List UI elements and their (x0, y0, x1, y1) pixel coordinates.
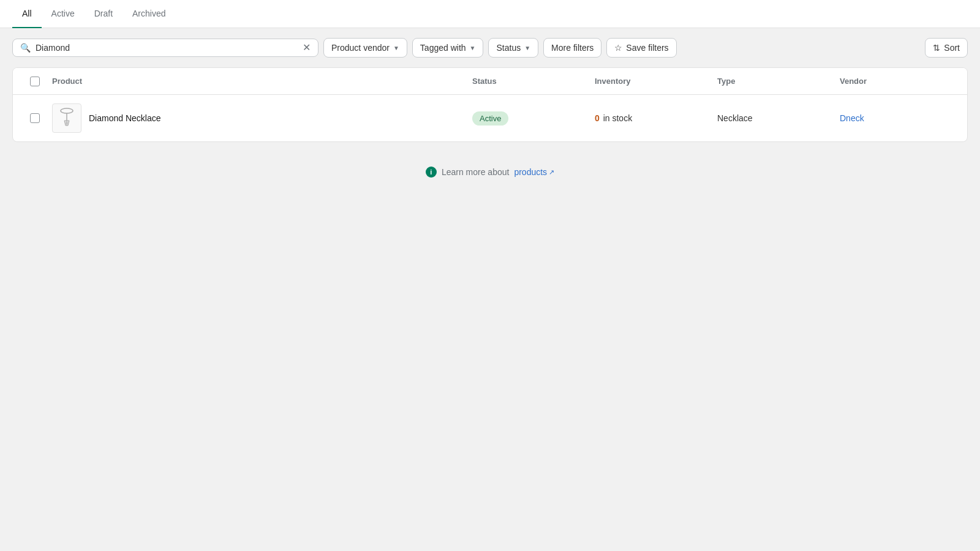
tabs-bar: All Active Draft Archived (0, 0, 980, 28)
save-filters-label: Save filters (626, 43, 668, 53)
tagged-with-label: Tagged with (420, 43, 466, 53)
select-all-checkbox[interactable] (30, 77, 40, 86)
search-icon: 🔍 (20, 43, 31, 53)
header-checkbox-cell (23, 74, 47, 88)
column-header-inventory: Inventory (590, 74, 712, 88)
status-chevron-icon: ▼ (524, 45, 530, 51)
table-header: Product Status Inventory Type Vendor (13, 68, 967, 95)
status-badge: Active (472, 111, 508, 126)
product-cell: Diamond Necklace (47, 101, 467, 135)
info-icon: i (426, 167, 437, 178)
status-filter[interactable]: Status ▼ (488, 38, 538, 58)
type-cell: Necklace (712, 111, 835, 126)
tab-all[interactable]: All (12, 0, 42, 28)
status-label: Status (496, 43, 521, 53)
products-link[interactable]: products ↗ (514, 167, 554, 177)
content-area: 🔍 ✕ Product vendor ▼ Tagged with ▼ Statu… (0, 28, 980, 187)
learn-more-text: Learn more about (442, 167, 510, 177)
column-header-type: Type (712, 74, 835, 88)
tab-archived[interactable]: Archived (123, 0, 175, 28)
table-row[interactable]: Diamond Necklace Active 0 in stock Neckl… (13, 95, 967, 141)
products-link-text: products (514, 167, 547, 177)
product-vendor-chevron-icon: ▼ (393, 45, 399, 51)
product-vendor-filter[interactable]: Product vendor ▼ (323, 38, 407, 58)
more-filters-button[interactable]: More filters (543, 38, 601, 58)
column-header-status: Status (467, 74, 590, 88)
inventory-label: in stock (603, 113, 632, 123)
inventory-count: 0 (595, 113, 600, 123)
save-filters-button[interactable]: ☆ Save filters (606, 38, 676, 58)
row-checkbox-cell (23, 113, 47, 123)
search-input[interactable] (36, 43, 298, 53)
sort-button[interactable]: ⇅ Sort (925, 38, 968, 58)
column-header-product: Product (47, 74, 467, 88)
row-checkbox[interactable] (30, 113, 40, 123)
tab-draft[interactable]: Draft (85, 0, 123, 28)
product-name: Diamond Necklace (89, 113, 161, 123)
info-section: i Learn more about products ↗ (12, 167, 968, 178)
search-box: 🔍 ✕ (12, 39, 318, 57)
vendor-cell: Dneck (835, 111, 957, 126)
external-link-icon: ↗ (549, 168, 554, 176)
inventory-cell: 0 in stock (590, 111, 712, 126)
tab-active[interactable]: Active (42, 0, 85, 28)
necklace-svg (56, 106, 78, 130)
star-icon: ☆ (614, 43, 622, 53)
tagged-with-chevron-icon: ▼ (470, 45, 476, 51)
product-vendor-label: Product vendor (331, 43, 390, 53)
more-filters-label: More filters (551, 43, 594, 53)
sort-icon: ⇅ (933, 43, 940, 53)
clear-search-icon[interactable]: ✕ (303, 43, 311, 53)
column-header-vendor: Vendor (835, 74, 957, 88)
svg-point-0 (61, 108, 73, 113)
product-image (52, 103, 81, 133)
filter-bar: 🔍 ✕ Product vendor ▼ Tagged with ▼ Statu… (12, 38, 968, 58)
sort-label: Sort (944, 43, 960, 53)
products-table: Product Status Inventory Type Vendor (12, 67, 968, 142)
status-cell: Active (467, 109, 590, 128)
tagged-with-filter[interactable]: Tagged with ▼ (412, 38, 484, 58)
